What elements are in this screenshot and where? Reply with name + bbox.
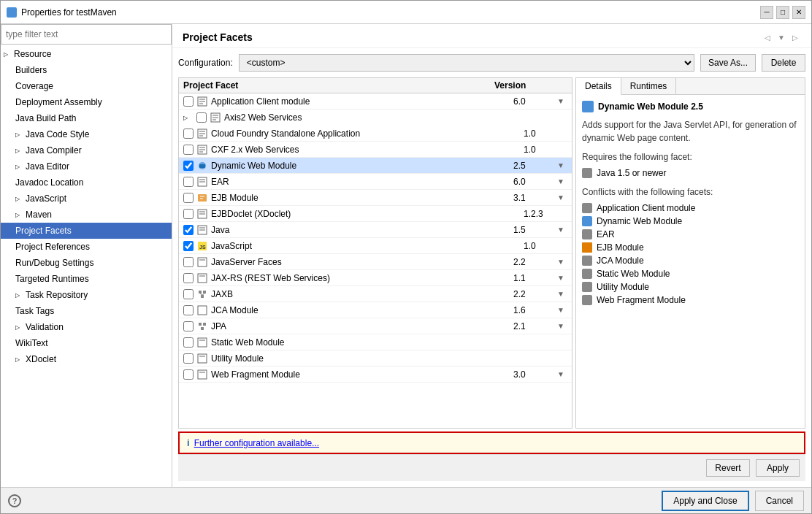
sidebar-item-task-tags[interactable]: Task Tags (1, 303, 172, 319)
sidebar-item-javascript[interactable]: ▷ JavaScript (1, 191, 172, 207)
list-item: Utility Module (582, 280, 799, 294)
facet-row-static-web[interactable]: Static Web Module (179, 334, 572, 350)
facet-version-dropdown-jaxb[interactable]: ▼ (557, 290, 567, 298)
facet-checkbox-jsf[interactable] (183, 257, 194, 267)
sidebar-item-resource[interactable]: ▷ Resource (1, 46, 172, 62)
facet-checkbox-axis2[interactable] (196, 112, 207, 123)
sidebar-item-xdoclet[interactable]: ▷ XDoclet (1, 351, 172, 367)
revert-button[interactable]: Revert (706, 459, 750, 477)
facet-row-cloud-foundry[interactable]: Cloud Foundry Standalone Application 1.0 (179, 126, 572, 142)
facet-checkbox-ejb[interactable] (183, 193, 194, 203)
facet-row-jca[interactable]: JCA Module 1.6 ▼ (179, 302, 572, 318)
sidebar-item-java-build-path[interactable]: Java Build Path (1, 110, 172, 126)
minimize-button[interactable]: ─ (760, 6, 773, 19)
sidebar-item-java-code-style[interactable]: ▷ Java Code Style (1, 126, 172, 142)
facet-row-web-fragment[interactable]: Web Fragment Module 3.0 ▼ (179, 367, 572, 383)
facet-version-dropdown-ejb[interactable]: ▼ (557, 193, 567, 202)
apply-and-close-button[interactable]: Apply and Close (662, 491, 748, 511)
filter-input[interactable] (1, 24, 172, 45)
facet-version-dropdown-app-client[interactable]: ▼ (557, 97, 567, 105)
window-title: Properties for testMaven (21, 7, 117, 18)
delete-button[interactable]: Delete (762, 54, 805, 72)
list-item: JCA Module (582, 254, 799, 267)
facet-version-dropdown-ear[interactable]: ▼ (557, 177, 567, 185)
sidebar-item-java-editor[interactable]: ▷ Java Editor (1, 158, 172, 174)
facet-checkbox-cxf[interactable] (183, 145, 194, 155)
sidebar-item-java-compiler[interactable]: ▷ Java Compiler (1, 142, 172, 158)
facet-row-java[interactable]: Java 1.5 ▼ (179, 222, 572, 238)
facet-row-jaxb[interactable]: JAXB 2.2 ▼ (179, 286, 572, 302)
facet-checkbox-jaxb[interactable] (183, 289, 194, 299)
sidebar-item-run-debug-settings[interactable]: Run/Debug Settings (1, 255, 172, 271)
sidebar-item-wikitext[interactable]: WikiText (1, 335, 172, 351)
facet-version-dropdown-jpa[interactable]: ▼ (557, 322, 567, 330)
sidebar-item-label: Java Editor (26, 161, 69, 172)
facet-checkbox-utility[interactable] (183, 353, 194, 364)
conflict-icon-7 (582, 282, 592, 292)
facet-row-ejbdoclet[interactable]: EJBDoclet (XDoclet) 1.2.3 (179, 206, 572, 222)
sidebar-item-project-facets[interactable]: Project Facets (1, 223, 172, 239)
facet-checkbox-ear[interactable] (183, 177, 194, 187)
facet-version-dropdown-dynamic-web[interactable]: ▼ (557, 161, 567, 169)
nav-back-icon[interactable]: ◁ (762, 32, 773, 43)
revert-apply-buttons: Revert Apply (178, 454, 805, 481)
facet-row-ejb[interactable]: EJB Module 3.1 ▼ (179, 190, 572, 206)
facet-checkbox-static-web[interactable] (183, 337, 194, 348)
facet-version-dropdown-jsf[interactable]: ▼ (557, 258, 567, 266)
main-content: Project Facets ◁ ▼ ▷ Configuration: <cus… (172, 24, 811, 487)
conflict-icon-2 (582, 216, 592, 226)
facet-checkbox-cloud-foundry[interactable] (183, 128, 194, 139)
sidebar-item-javadoc-location[interactable]: Javadoc Location (1, 174, 172, 191)
facet-version-dropdown-jax-rs[interactable]: ▼ (557, 274, 567, 282)
facet-name-javascript: JavaScript (211, 241, 524, 251)
facet-checkbox-dynamic-web[interactable] (183, 161, 194, 171)
facet-icon-java (196, 224, 208, 236)
save-as-button[interactable]: Save As... (700, 54, 756, 72)
close-button[interactable]: ✕ (792, 6, 805, 19)
facet-checkbox-jax-rs[interactable] (183, 273, 194, 283)
facet-checkbox-javascript[interactable] (183, 241, 194, 251)
facet-expand-axis2[interactable]: ▷ (183, 115, 194, 121)
expand-arrow: ▷ (15, 292, 23, 299)
apply-button[interactable]: Apply (756, 459, 800, 477)
facet-row-javascript[interactable]: JS JavaScript 1.0 (179, 238, 572, 254)
facet-version-dropdown-web-fragment[interactable]: ▼ (557, 370, 567, 378)
facet-checkbox-ejbdoclet[interactable] (183, 209, 194, 219)
cancel-button[interactable]: Cancel (755, 491, 804, 511)
tab-runtimes[interactable]: Runtimes (621, 78, 677, 94)
sidebar: ▷ Resource Builders Coverage Deployment … (1, 24, 172, 487)
facet-row-jpa[interactable]: JPA 2.1 ▼ (179, 318, 572, 334)
facet-row-utility[interactable]: Utility Module (179, 350, 572, 367)
tab-details[interactable]: Details (576, 78, 621, 95)
facet-checkbox-jpa[interactable] (183, 321, 194, 331)
sidebar-item-deployment-assembly[interactable]: Deployment Assembly (1, 94, 172, 110)
sidebar-item-task-repository[interactable]: ▷ Task Repository (1, 287, 172, 303)
config-select[interactable]: <custom> (239, 54, 694, 72)
help-icon[interactable]: ? (8, 494, 21, 507)
nav-forward-icon[interactable]: ▷ (789, 32, 801, 43)
maximize-button[interactable]: □ (776, 6, 789, 19)
facet-checkbox-jca[interactable] (183, 305, 194, 315)
facet-row-ear[interactable]: EAR 6.0 ▼ (179, 174, 572, 190)
sidebar-item-coverage[interactable]: Coverage (1, 78, 172, 94)
facet-checkbox-app-client[interactable] (183, 96, 194, 107)
sidebar-item-targeted-runtimes[interactable]: Targeted Runtimes (1, 271, 172, 287)
sidebar-item-project-references[interactable]: Project References (1, 239, 172, 255)
further-config-link[interactable]: Further configuration available... (194, 438, 319, 448)
conflict-label-5: JCA Module (597, 256, 644, 266)
facet-version-jsf: 2.2 (513, 257, 557, 267)
facet-version-dropdown-java[interactable]: ▼ (557, 226, 567, 234)
sidebar-item-validation[interactable]: ▷ Validation (1, 319, 172, 335)
facet-row-dynamic-web[interactable]: Dynamic Web Module 2.5 ▼ (179, 158, 572, 174)
sidebar-item-maven[interactable]: ▷ Maven (1, 207, 172, 223)
facet-row-cxf[interactable]: CXF 2.x Web Services 1.0 (179, 142, 572, 158)
sidebar-item-builders[interactable]: Builders (1, 62, 172, 78)
facet-checkbox-java[interactable] (183, 225, 194, 235)
facet-row-jsf[interactable]: JavaServer Faces 2.2 ▼ (179, 254, 572, 270)
facet-checkbox-web-fragment[interactable] (183, 369, 194, 380)
facet-row-app-client[interactable]: Application Client module 6.0 ▼ (179, 93, 572, 110)
facet-version-dropdown-jca[interactable]: ▼ (557, 306, 567, 314)
facet-row-axis2[interactable]: ▷ Axis2 Web Services (179, 110, 572, 126)
facet-row-jax-rs[interactable]: JAX-RS (REST Web Services) 1.1 ▼ (179, 270, 572, 286)
nav-dropdown-icon[interactable]: ▼ (775, 32, 788, 43)
